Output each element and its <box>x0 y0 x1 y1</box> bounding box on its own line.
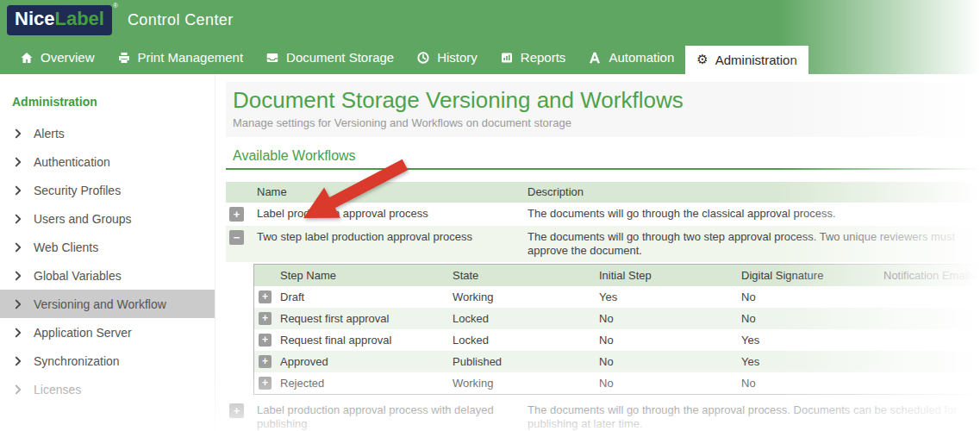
state-column-header: State <box>453 269 599 282</box>
table-row-expanded: − Two step label production approval pro… <box>226 226 980 262</box>
nicelabel-control-center-window: NiceLabel ® Control Center Overview Prin… <box>0 0 980 431</box>
sidebar-title: Administration <box>0 90 215 119</box>
sidebar-item-label: Versioning and Workflow <box>34 297 166 311</box>
main-content: Document Storage Versioning and Workflow… <box>215 74 980 431</box>
sidebar-item-licenses[interactable]: Licenses <box>0 375 215 403</box>
chevron-right-icon <box>12 384 24 396</box>
sidebar-item-label: Web Clients <box>34 240 98 254</box>
nav-item-label: Print Management <box>138 50 244 65</box>
initial-step-column-header: Initial Step <box>599 269 741 282</box>
workflow-name: Two step label production approval proce… <box>257 230 527 244</box>
step-initial: Yes <box>599 290 741 303</box>
expand-icon[interactable]: + <box>229 207 244 222</box>
sidebar-item-security-profiles[interactable]: Security Profiles <box>0 176 215 204</box>
workflow-name: Label production approval process with d… <box>257 403 527 431</box>
bar-chart-icon <box>500 51 514 65</box>
step-state: Locked <box>453 312 599 325</box>
expand-icon[interactable]: + <box>259 377 272 390</box>
description-column-header: Description <box>527 185 980 198</box>
step-initial: No <box>599 377 741 390</box>
table-row: + Label production approval process The … <box>226 203 980 226</box>
app-title: Control Center <box>128 11 234 29</box>
main-nav: Overview Print Management Document Stora… <box>0 41 980 74</box>
chevron-right-icon <box>12 213 24 225</box>
collapse-icon[interactable]: − <box>229 230 244 245</box>
chevron-right-icon <box>12 270 24 282</box>
page-subtitle: Manage settings for Versioning and Workf… <box>233 116 980 129</box>
step-initial: No <box>599 334 741 347</box>
chevron-right-icon <box>12 156 24 168</box>
section-divider <box>226 168 980 170</box>
sidebar-item-users-and-groups[interactable]: Users and Groups <box>0 204 215 233</box>
section-title: Available Workflows <box>226 148 980 164</box>
workflow-name: Label production approval process <box>257 207 527 221</box>
step-state: Working <box>453 290 599 303</box>
workflow-description: The documents will go through two step a… <box>527 230 980 258</box>
nav-item-administration[interactable]: ⚙ Administration <box>685 46 808 74</box>
chevron-right-icon <box>12 128 24 140</box>
page-header: Document Storage Versioning and Workflow… <box>226 82 980 137</box>
printer-icon <box>117 51 131 65</box>
expand-icon[interactable]: + <box>259 355 272 368</box>
sidebar-item-global-variables[interactable]: Global Variables <box>0 261 215 290</box>
sidebar-item-label: Licenses <box>34 383 81 397</box>
clock-icon <box>416 51 430 65</box>
sidebar-item-web-clients[interactable]: Web Clients <box>0 233 215 261</box>
sidebar-item-authentication[interactable]: Authentication <box>0 147 215 176</box>
nav-item-label: Reports <box>521 50 566 65</box>
name-column-header: Name <box>257 185 527 198</box>
nav-item-document-storage[interactable]: Document Storage <box>254 41 405 74</box>
page-title: Document Storage Versioning and Workflow… <box>233 88 980 114</box>
nav-item-reports[interactable]: Reports <box>489 41 577 74</box>
step-signature: Yes <box>741 334 883 347</box>
step-name: Request first approval <box>280 312 453 325</box>
workflow-steps-panel: Step Name State Initial Step Digital Sig… <box>253 264 980 395</box>
digital-signature-column-header: Digital Signature <box>741 269 883 282</box>
nav-item-label: Automation <box>609 50 674 65</box>
nav-item-print-management[interactable]: Print Management <box>106 41 255 74</box>
logo-text-nice: Nice <box>15 8 54 29</box>
logo-text-label: Label <box>54 8 103 29</box>
step-signature: No <box>741 377 883 390</box>
sidebar-item-application-server[interactable]: Application Server <box>0 318 215 347</box>
step-name: Rejected <box>280 377 453 390</box>
gears-icon: ⚙ <box>696 53 708 66</box>
step-state: Published <box>453 355 599 368</box>
page-body: Administration Alerts Authentication Sec… <box>0 74 980 431</box>
step-row: + Request first approval Locked No No <box>254 308 979 329</box>
nav-item-overview[interactable]: Overview <box>9 41 106 74</box>
nav-item-automation[interactable]: Automation <box>577 41 685 74</box>
step-name: Approved <box>280 355 453 368</box>
step-row: + Request final approval Locked No Yes <box>254 329 979 351</box>
step-row: + Draft Working Yes No <box>254 286 979 308</box>
chevron-right-icon <box>12 298 24 310</box>
sidebar-item-alerts[interactable]: Alerts <box>0 119 215 147</box>
app-header: NiceLabel ® Control Center <box>0 0 980 41</box>
nav-item-label: Overview <box>41 50 95 65</box>
sidebar-item-label: Security Profiles <box>34 184 121 197</box>
step-state: Locked <box>453 334 599 347</box>
table-row: + Label production approval process with… <box>226 399 980 431</box>
sidebar-item-synchronization[interactable]: Synchronization <box>0 347 215 375</box>
sidebar-item-versioning-and-workflow[interactable]: Versioning and Workflow <box>0 290 215 318</box>
sidebar: Administration Alerts Authentication Sec… <box>0 74 215 431</box>
nav-item-history[interactable]: History <box>405 41 489 74</box>
step-initial: No <box>599 355 741 368</box>
workflow-description: The documents will go through the approv… <box>527 403 980 431</box>
expand-icon[interactable]: + <box>259 334 272 347</box>
expand-icon[interactable]: + <box>259 312 272 325</box>
step-name-column-header: Step Name <box>280 269 453 282</box>
inbox-icon <box>265 51 279 65</box>
sidebar-item-label: Authentication <box>34 155 110 169</box>
expand-icon[interactable]: + <box>229 403 244 418</box>
sidebar-item-label: Application Server <box>34 326 132 340</box>
expand-icon[interactable]: + <box>259 290 272 303</box>
step-signature: No <box>741 290 883 303</box>
nav-item-label: Document Storage <box>286 50 394 65</box>
chevron-right-icon <box>12 355 24 367</box>
workflows-table: Name Description + Label production appr… <box>226 182 980 431</box>
registered-trademark: ® <box>113 2 118 10</box>
steps-table: Step Name State Initial Step Digital Sig… <box>253 264 980 395</box>
step-name: Request final approval <box>280 334 453 347</box>
step-name: Draft <box>280 290 453 303</box>
